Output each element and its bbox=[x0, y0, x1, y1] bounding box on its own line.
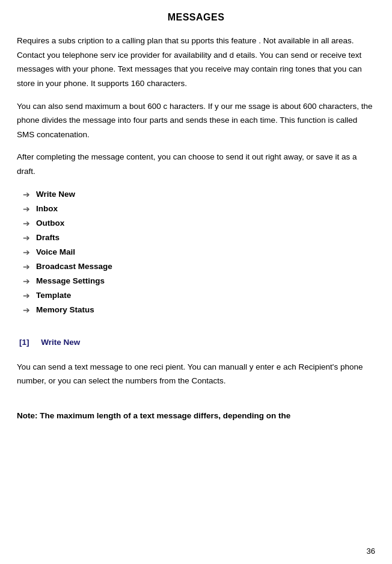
arrow-icon-broadcast-message: ➔ bbox=[23, 262, 30, 271]
arrow-icon-drafts: ➔ bbox=[23, 233, 30, 243]
intro-paragraph-2: You can also send maximum a bout 600 c h… bbox=[17, 99, 375, 142]
arrow-icon-outbox: ➔ bbox=[23, 218, 30, 228]
menu-label-template: Template bbox=[36, 291, 71, 300]
menu-item-broadcast-message: ➔ Broadcast Message bbox=[23, 262, 375, 271]
arrow-icon-write-new: ➔ bbox=[23, 190, 30, 199]
arrow-icon-inbox: ➔ bbox=[23, 204, 30, 214]
section-heading: [1] Write New bbox=[17, 338, 375, 347]
arrow-icon-voice-mail: ➔ bbox=[23, 247, 30, 257]
section-title: Write New bbox=[41, 338, 80, 347]
page-number: 36 bbox=[367, 547, 375, 556]
menu-item-voice-mail: ➔ Voice Mail bbox=[23, 247, 375, 257]
arrow-icon-memory-status: ➔ bbox=[23, 305, 30, 315]
menu-label-voice-mail: Voice Mail bbox=[36, 247, 75, 256]
note-text: Note: The maximum length of a text messa… bbox=[17, 409, 375, 423]
section-number: [1] bbox=[19, 338, 29, 347]
menu-label-outbox: Outbox bbox=[36, 218, 64, 228]
menu-item-message-settings: ➔ Message Settings bbox=[23, 276, 375, 286]
menu-label-drafts: Drafts bbox=[36, 233, 60, 242]
menu-item-write-new: ➔ Write New bbox=[23, 190, 375, 199]
page-title: MESSAGES bbox=[17, 12, 375, 23]
menu-item-memory-status: ➔ Memory Status bbox=[23, 305, 375, 315]
section-body: You can send a text message to one reci … bbox=[17, 360, 375, 388]
menu-item-outbox: ➔ Outbox bbox=[23, 218, 375, 228]
menu-label-inbox: Inbox bbox=[36, 204, 58, 213]
menu-label-write-new: Write New bbox=[36, 190, 75, 199]
menu-item-inbox: ➔ Inbox bbox=[23, 204, 375, 214]
menu-label-broadcast-message: Broadcast Message bbox=[36, 262, 112, 271]
intro-paragraph-3: After completing the message content, yo… bbox=[17, 150, 375, 178]
menu-label-memory-status: Memory Status bbox=[36, 305, 94, 314]
menu-label-message-settings: Message Settings bbox=[36, 276, 105, 285]
arrow-icon-template: ➔ bbox=[23, 291, 30, 300]
menu-list: ➔ Write New ➔ Inbox ➔ Outbox ➔ Drafts ➔ … bbox=[23, 190, 375, 315]
arrow-icon-message-settings: ➔ bbox=[23, 276, 30, 286]
menu-item-template: ➔ Template bbox=[23, 291, 375, 300]
intro-paragraph-1: Requires a subs cription to a calling pl… bbox=[17, 34, 375, 91]
menu-item-drafts: ➔ Drafts bbox=[23, 233, 375, 243]
